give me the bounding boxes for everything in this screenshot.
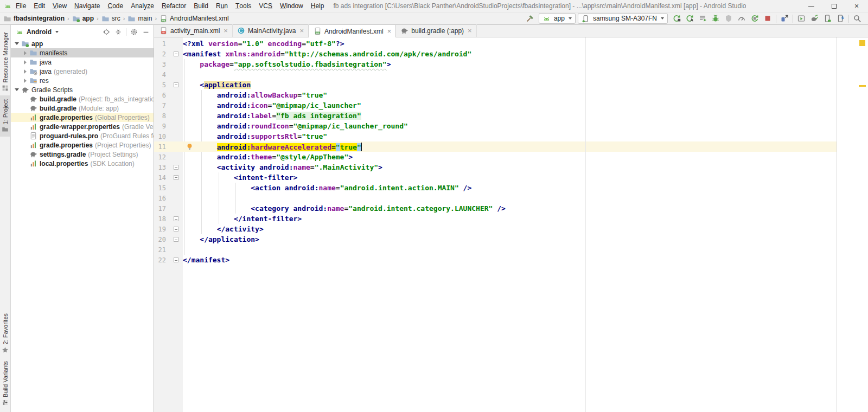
attach-debugger-button[interactable] xyxy=(778,12,791,24)
inspections-status-icon[interactable] xyxy=(859,40,865,46)
tool-window-button-resource-manager[interactable]: Resource Manager xyxy=(0,28,11,95)
chevron-right-icon[interactable] xyxy=(22,69,28,74)
tool-window-button-build-variants[interactable]: Build Variants xyxy=(0,357,11,410)
code-line[interactable]: 9 android:roundIcon="@mipmap/ic_launcher… xyxy=(154,121,837,131)
close-tab-icon[interactable]: × xyxy=(387,28,392,35)
collapse-all-button[interactable] xyxy=(114,28,123,36)
search-everywhere-button[interactable] xyxy=(851,12,864,24)
breadcrumb-item[interactable]: src xyxy=(101,15,120,23)
fold-marker[interactable] xyxy=(166,175,183,180)
code-line[interactable]: 15 <action android:name="android.intent.… xyxy=(154,183,837,193)
fold-marker[interactable] xyxy=(166,227,183,231)
maximize-button[interactable] xyxy=(822,0,845,12)
menu-refactor[interactable]: Refactor xyxy=(158,0,190,12)
menu-code[interactable]: Code xyxy=(104,0,127,12)
tool-window-button-2-favorites[interactable]: 2: Favorites xyxy=(0,310,11,357)
code-line[interactable]: 13 <activity android:name=".MainActivity… xyxy=(154,162,837,172)
tree-item-gradle-properties[interactable]: gradle.properties(Project Properties) xyxy=(11,140,154,150)
chevron-right-icon[interactable] xyxy=(22,79,28,83)
menu-help[interactable]: Help xyxy=(307,0,328,12)
run-configurations-button[interactable] xyxy=(696,12,709,24)
close-tab-icon[interactable]: × xyxy=(299,27,304,34)
profiler-button[interactable] xyxy=(795,12,808,24)
tree-item-res[interactable]: res xyxy=(11,76,154,85)
code-line[interactable]: 12 android:theme="@style/AppTheme"> xyxy=(154,152,837,162)
menu-vcs[interactable]: VCS xyxy=(255,0,276,12)
code-line[interactable]: 4 xyxy=(154,69,837,80)
apply-code-changes-button[interactable] xyxy=(683,12,696,24)
tool-window-button-1-project[interactable]: 1: Project xyxy=(0,95,11,137)
menu-window[interactable]: Window xyxy=(276,0,307,12)
locate-button[interactable] xyxy=(102,28,111,36)
code-line[interactable]: 19 </activity> xyxy=(154,224,837,234)
code-line[interactable]: 14 <intent-filter> xyxy=(154,172,837,183)
menu-tools[interactable]: Tools xyxy=(232,0,255,12)
tree-item-app[interactable]: app xyxy=(11,39,154,48)
menu-file[interactable]: File xyxy=(12,0,30,12)
code-line[interactable]: 8 android:label="fb ads integration" xyxy=(154,111,837,121)
device-select[interactable]: samsung SM-A307FN xyxy=(578,13,668,24)
tree-item-manifests[interactable]: manifests xyxy=(11,48,154,57)
minimize-button[interactable] xyxy=(800,0,822,12)
tree-item-gradle-properties[interactable]: gradle.properties(Global Properties) xyxy=(11,113,154,122)
code-line[interactable]: 18 </intent-filter> xyxy=(154,214,837,224)
tree-item-gradle-scripts[interactable]: Gradle Scripts xyxy=(11,85,154,94)
tree-item-local-properties[interactable]: local.properties(SDK Location) xyxy=(11,159,154,168)
menu-build[interactable]: Build xyxy=(190,0,212,12)
settings-button[interactable] xyxy=(130,28,138,36)
menu-view[interactable]: View xyxy=(49,0,71,12)
sdk-manager-button[interactable] xyxy=(834,12,847,24)
warning-stripe-mark[interactable] xyxy=(859,85,866,87)
tree-item-settings-gradle[interactable]: settings.gradle(Project Settings) xyxy=(11,150,154,159)
breadcrumb-item[interactable]: AndroidManifest.xml xyxy=(159,15,229,23)
code-line[interactable]: 22</manifest> xyxy=(154,255,837,265)
code-line[interactable]: 5 <application xyxy=(154,80,837,90)
chevron-down-icon[interactable] xyxy=(14,88,20,91)
code-line[interactable]: 2<manifest xmlns:android="http://schemas… xyxy=(154,49,837,59)
tab-androidmanifest-xml[interactable]: AndroidManifest.xml× xyxy=(309,24,396,37)
tab-activity-main-xml[interactable]: activity_main.xml× xyxy=(155,24,233,37)
tree-item-build-gradle[interactable]: build.gradle(Project: fb_ads_integration… xyxy=(11,94,154,104)
code-line[interactable]: 7 android:icon="@mipmap/ic_launcher" xyxy=(154,100,837,111)
menu-edit[interactable]: Edit xyxy=(30,0,49,12)
fold-marker[interactable] xyxy=(166,216,183,221)
code-line[interactable]: 10 android:supportsRtl="true" xyxy=(154,131,837,141)
code-line[interactable]: 1<?xml version="1.0" encoding="utf-8"?> xyxy=(154,38,837,49)
code-editor[interactable]: 1<?xml version="1.0" encoding="utf-8"?>2… xyxy=(154,37,868,412)
code-line[interactable]: 17 <category android:name="android.inten… xyxy=(154,203,837,214)
profile-button[interactable] xyxy=(735,12,748,24)
close-tab-icon[interactable]: × xyxy=(224,27,228,34)
project-view-selector[interactable]: Android xyxy=(27,28,52,36)
chevron-right-icon[interactable] xyxy=(22,51,28,55)
hide-button[interactable] xyxy=(142,28,150,36)
menu-run[interactable]: Run xyxy=(212,0,232,12)
apply-changes-restart-button[interactable] xyxy=(670,12,683,24)
fold-marker[interactable] xyxy=(166,165,183,170)
fold-marker[interactable] xyxy=(166,82,183,87)
tree-item-gradle-wrapper-properties[interactable]: gradle-wrapper.properties(Gradle Version… xyxy=(11,122,154,131)
tree-item-java[interactable]: java xyxy=(11,57,154,67)
sync-project-button[interactable] xyxy=(808,12,821,24)
tree-item-build-gradle[interactable]: build.gradle(Module: app) xyxy=(11,104,154,113)
breadcrumb-item[interactable]: fbadsintegration xyxy=(3,15,65,23)
intention-lightbulb-icon[interactable] xyxy=(186,143,194,151)
tab-build-gradle-app-[interactable]: build.gradle (:app)× xyxy=(396,24,476,37)
fold-marker[interactable] xyxy=(166,237,183,242)
fold-marker[interactable] xyxy=(166,258,183,262)
tree-item-proguard-rules-pro[interactable]: proguard-rules.pro(ProGuard Rules for ap… xyxy=(11,131,154,140)
code-line[interactable]: 20 </application> xyxy=(154,234,837,244)
code-line[interactable]: 3 package="app.softsolstudio.fbadsintegr… xyxy=(154,59,837,69)
build-project-button[interactable] xyxy=(524,12,537,24)
menu-navigate[interactable]: Navigate xyxy=(71,0,104,12)
debug-button[interactable] xyxy=(709,12,722,24)
run-configuration-select[interactable]: app xyxy=(539,13,576,24)
code-line[interactable]: 16 xyxy=(154,193,837,203)
close-button[interactable]: × xyxy=(845,0,868,12)
stop-button[interactable] xyxy=(761,12,774,24)
instant-run-button[interactable] xyxy=(748,12,761,24)
chevron-right-icon[interactable] xyxy=(22,60,28,65)
breadcrumb-item[interactable]: main xyxy=(127,15,152,23)
error-stripe[interactable] xyxy=(857,37,868,412)
tab-mainactivity-java[interactable]: MainActivity.java× xyxy=(233,24,309,37)
code-line[interactable]: 11 android:hardwareAccelerated="true" xyxy=(154,141,837,152)
